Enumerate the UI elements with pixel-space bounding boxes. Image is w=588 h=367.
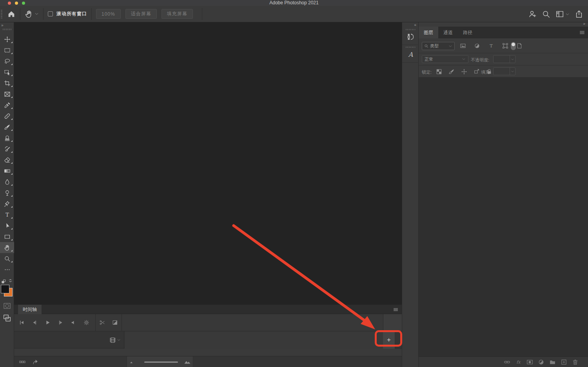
filter-shape-layers-button[interactable] [500,41,510,51]
audio-mute-button[interactable] [67,314,80,331]
go-to-first-frame-button[interactable] [15,314,28,331]
options-bar-grip[interactable] [1,10,2,18]
new-layer-button[interactable] [561,359,567,365]
filter-adjustment-layers-button[interactable] [472,41,482,51]
fit-screen-button[interactable]: 适合屏幕 [125,9,157,19]
fill-field[interactable] [493,67,515,75]
chevron-down-icon [462,57,466,61]
filter-pixel-layers-button[interactable] [458,41,468,51]
shape-tool[interactable] [0,231,14,242]
eraser-tool[interactable] [0,154,14,165]
timeline-track-row: + [14,331,402,349]
track-media-icon[interactable] [109,337,116,343]
gradient-tool[interactable] [0,165,14,176]
chevron-down-icon[interactable] [510,56,515,63]
play-button[interactable] [41,314,54,331]
swap-colors-button[interactable] [8,278,13,283]
blur-tool[interactable] [0,176,14,187]
link-layers-button[interactable] [504,359,510,365]
expand-panels-button[interactable]: « [414,23,416,27]
panel-grip[interactable] [406,47,416,48]
timeline-zoom-in-icon[interactable] [183,358,191,365]
timeline-settings-button[interactable] [80,314,93,331]
object-selection-tool[interactable] [0,67,14,78]
timeline-panel-menu-button[interactable] [393,307,399,313]
dodge-tool[interactable] [0,187,14,198]
healing-brush-tool[interactable] [0,110,14,121]
filter-type-layers-button[interactable]: T [486,41,496,51]
macos-titlebar: Adobe Photoshop 2021 [0,0,588,6]
lock-image-pixels-button[interactable] [447,67,456,76]
options-bar-right-icons [528,6,583,22]
delete-layer-button[interactable] [572,359,579,365]
add-layer-mask-button[interactable] [526,359,533,365]
lasso-tool[interactable] [0,56,14,67]
crop-tool[interactable] [0,78,14,89]
default-colors-button[interactable] [1,279,6,284]
window-title: Adobe Photoshop 2021 [0,0,588,6]
lock-artboard-nesting-button[interactable] [472,67,481,76]
convert-to-video-timeline-button[interactable] [32,358,39,365]
lock-position-button[interactable] [459,67,469,76]
blend-mode-dropdown[interactable]: 正常 [422,55,468,63]
new-group-button[interactable] [549,359,556,365]
marquee-tool[interactable] [0,45,14,56]
quick-mask-mode-button[interactable] [3,302,11,310]
svg-text:A: A [408,51,414,58]
frames-view-toggle[interactable] [17,359,27,365]
transition-button[interactable] [109,314,122,331]
character-panel-button[interactable]: A [407,50,415,59]
layer-style-button[interactable]: fx [515,359,522,365]
more-tools-button[interactable] [0,264,14,275]
screen-mode-button[interactable] [3,314,11,322]
workspace-switcher-button[interactable] [555,10,570,18]
new-adjustment-layer-button[interactable] [538,359,544,365]
hand-tool[interactable] [0,242,14,253]
frame-tool[interactable] [0,89,14,99]
move-tool[interactable] [0,34,14,45]
clone-stamp-tool[interactable] [0,132,14,143]
tab-channels[interactable]: 通道 [438,27,458,38]
chevron-down-icon[interactable] [510,68,515,75]
pen-tool[interactable] [0,198,14,209]
toolbar-grip[interactable] [3,29,11,30]
current-tool-indicator[interactable] [25,10,39,18]
brush-tool[interactable] [0,121,14,132]
tab-paths[interactable]: 路径 [458,27,477,38]
foreground-color-swatch[interactable] [1,285,9,293]
fill-screen-button[interactable]: 填充屏幕 [162,9,193,19]
opacity-field[interactable] [493,55,515,63]
history-brush-tool[interactable] [0,143,14,154]
add-frame-button[interactable]: + [383,331,395,349]
type-tool[interactable]: T [0,209,14,220]
layers-list-empty-area[interactable] [419,78,588,356]
lock-transparent-pixels-button[interactable] [434,67,444,76]
timeline-zoom-slider[interactable] [144,362,178,363]
layers-panel-menu-button[interactable] [579,29,585,36]
timeline-track-lane[interactable] [125,331,383,349]
share-button[interactable] [575,10,583,18]
layer-filtering-toggle[interactable] [511,42,516,50]
path-selection-tool[interactable] [0,220,14,231]
chevron-down-icon[interactable] [117,338,121,342]
zoom-100-button[interactable]: 100% [96,9,121,19]
scroll-all-windows-checkbox[interactable] [48,11,53,16]
expand-toolbar-button[interactable]: » [1,23,3,27]
timeline-zoom-out-icon[interactable] [129,360,134,365]
split-at-playhead-button[interactable] [96,314,109,331]
collapse-panels-button[interactable]: » [583,22,585,26]
timeline-tab[interactable]: 时间轴 [18,305,42,314]
document-canvas[interactable] [14,22,402,305]
history-panel-button[interactable] [407,32,415,42]
next-frame-button[interactable] [54,314,67,331]
search-button[interactable] [542,10,550,18]
account-add-button[interactable] [528,10,537,18]
eyedropper-tool[interactable] [0,99,14,110]
filter-kind-dropdown[interactable]: 类型 [422,42,455,50]
home-button[interactable] [7,10,16,18]
zoom-tool[interactable] [0,253,14,264]
previous-frame-button[interactable] [28,314,41,331]
panel-grip[interactable] [406,29,416,30]
tab-layers[interactable]: 图层 [419,27,438,38]
filter-kind-label: 类型 [430,43,447,49]
